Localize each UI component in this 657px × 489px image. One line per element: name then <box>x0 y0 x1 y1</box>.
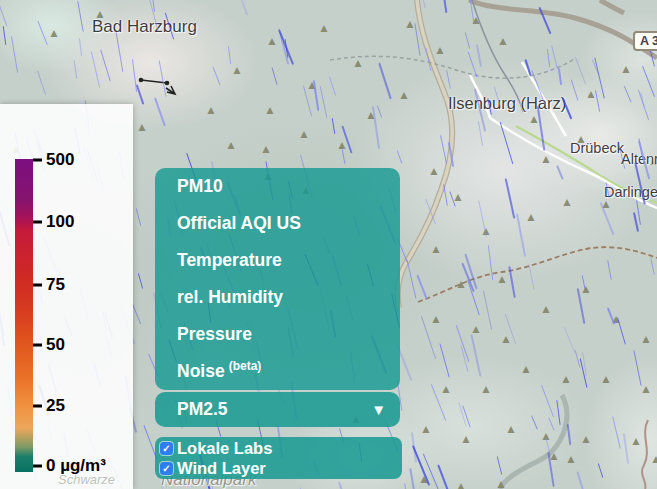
sensor-triangle-marker[interactable]: ▲ <box>480 383 492 395</box>
sensor-triangle-marker[interactable]: ▲ <box>565 453 577 465</box>
sensor-triangle-marker[interactable]: ▲ <box>560 373 572 385</box>
sensor-triangle-marker[interactable]: ▲ <box>505 423 517 435</box>
layer-option-pm10[interactable]: PM10 <box>155 168 400 205</box>
dropdown-arrow-icon: ▼ <box>371 401 386 418</box>
sensor-triangle-marker[interactable]: ▲ <box>520 363 532 375</box>
sensor-triangle-marker[interactable]: ▲ <box>440 383 452 395</box>
layer-option-label: PM10 <box>177 176 223 197</box>
place-label-altenro: Altenro <box>621 151 657 167</box>
sensor-triangle-marker[interactable]: ▲ <box>298 128 310 140</box>
layer-option-rel-humidity[interactable]: rel. Humidity <box>155 279 400 316</box>
layer-option-label: Pressure <box>177 324 252 345</box>
legend-tick-mark <box>33 405 42 408</box>
layer-option-pressure[interactable]: Pressure <box>155 316 400 353</box>
layer-select-control[interactable]: PM2.5 ▼ <box>155 392 400 427</box>
layer-option-official-aqi-us[interactable]: Official AQI US <box>155 205 400 242</box>
sensor-triangle-marker[interactable]: ▲ <box>430 313 442 325</box>
cablecar-icon <box>139 78 175 94</box>
sensor-triangle-marker[interactable]: ▲ <box>420 423 432 435</box>
motorway-badge: A 36 <box>633 31 657 51</box>
sensor-triangle-marker[interactable]: ▲ <box>398 89 410 101</box>
checkbox-checked[interactable]: ✓ <box>160 462 173 475</box>
legend-tick-mark <box>33 159 42 162</box>
sensor-triangle-marker[interactable]: ▲ <box>455 278 467 290</box>
sensor-triangle-marker[interactable]: ▲ <box>430 243 442 255</box>
sensor-triangle-marker[interactable]: ▲ <box>136 121 148 133</box>
toggle-label: Wind Layer <box>177 459 266 478</box>
sensor-triangle-marker[interactable]: ▲ <box>540 153 552 165</box>
place-label-bad-harzburg: Bad Harzburg <box>92 17 197 37</box>
selected-layer-label: PM2.5 <box>177 399 228 420</box>
legend-tick-mark <box>33 221 42 224</box>
sensor-triangle-marker[interactable]: ▲ <box>580 283 592 295</box>
toggle-label: Lokale Labs <box>177 439 272 458</box>
layer-option-label: Temperature <box>177 250 282 271</box>
sensor-triangle-marker[interactable]: ▲ <box>266 35 278 47</box>
place-label-dr-beck: Drübeck <box>570 140 624 156</box>
sensor-triangle-marker[interactable]: ▲ <box>500 333 512 345</box>
sensor-triangle-marker[interactable]: ▲ <box>205 104 217 116</box>
layer-toggle-panel: ✓Lokale Labs✓Wind Layer <box>155 437 402 479</box>
sensor-triangle-marker[interactable]: ▲ <box>496 273 508 285</box>
layer-option-label: rel. Humidity <box>177 287 283 308</box>
place-label-ilsenburg-harz-: Ilsenburg (Harz) <box>448 94 566 113</box>
layer-option-label: Noise <box>177 361 225 382</box>
legend-tick-mark <box>33 284 42 287</box>
sensor-triangle-marker[interactable]: ▲ <box>650 453 657 465</box>
layer-menu: PM10Official AQI USTemperaturerel. Humid… <box>155 168 400 390</box>
sensor-triangle-marker[interactable]: ▲ <box>318 22 330 34</box>
sensor-triangle-marker[interactable]: ▲ <box>620 63 632 75</box>
sensor-triangle-marker[interactable]: ▲ <box>460 433 472 445</box>
toggle-lokale-labs[interactable]: ✓Lokale Labs <box>160 439 402 458</box>
place-label-darlingero: Darlingero <box>604 184 657 200</box>
sensor-triangle-marker[interactable]: ▲ <box>495 478 507 489</box>
sensor-triangle-marker[interactable]: ▲ <box>640 383 652 395</box>
sensor-triangle-marker[interactable]: ▲ <box>428 165 440 177</box>
place-label-schwarze: Schwarze <box>58 472 115 487</box>
legend-tick-mark <box>33 344 42 347</box>
sensor-triangle-marker[interactable]: ▲ <box>525 211 537 223</box>
air-quality-map-app: { "map": { "place_labels": [ {"text": "B… <box>0 0 657 489</box>
legend-tick-label: 75 <box>46 275 65 295</box>
beta-superscript: (beta) <box>229 359 262 373</box>
legend-tick-label: 50 <box>46 335 65 355</box>
sensor-triangle-marker[interactable]: ▲ <box>231 64 243 76</box>
legend-tick-label: 500 <box>46 150 74 170</box>
sensor-triangle-marker[interactable]: ▲ <box>640 333 652 345</box>
legend-tick-label: 100 <box>46 212 74 232</box>
aqi-legend-panel: 5001007550250 µg/m³ <box>0 104 133 489</box>
sensor-triangle-marker[interactable]: ▲ <box>540 303 552 315</box>
sensor-triangle-marker[interactable]: ▲ <box>48 27 60 39</box>
sensor-triangle-marker[interactable]: ▲ <box>497 35 509 47</box>
layer-option-noise[interactable]: Noise(beta) <box>155 353 400 390</box>
sensor-triangle-marker[interactable]: ▲ <box>630 435 642 447</box>
sensor-triangle-marker[interactable]: ▲ <box>470 323 482 335</box>
toggle-wind-layer[interactable]: ✓Wind Layer <box>160 459 402 478</box>
legend-tick-label: 25 <box>46 396 65 416</box>
layer-option-label: Official AQI US <box>177 213 301 234</box>
aqi-color-scale <box>15 159 33 472</box>
sensor-triangle-marker[interactable]: ▲ <box>260 143 272 155</box>
sensor-triangle-marker[interactable]: ▲ <box>264 104 276 116</box>
legend-tick-mark <box>33 465 42 468</box>
checkbox-checked[interactable]: ✓ <box>160 442 173 455</box>
sensor-triangle-marker[interactable]: ▲ <box>561 196 573 208</box>
sensor-triangle-marker[interactable]: ▲ <box>600 373 612 385</box>
sensor-triangle-marker[interactable]: ▲ <box>352 57 364 69</box>
sensor-triangle-marker[interactable]: ▲ <box>455 480 467 489</box>
sensor-triangle-marker[interactable]: ▲ <box>580 433 592 445</box>
sensor-triangle-marker[interactable]: ▲ <box>434 44 446 56</box>
layer-option-temperature[interactable]: Temperature <box>155 242 400 279</box>
sensor-triangle-marker[interactable]: ▲ <box>225 139 237 151</box>
